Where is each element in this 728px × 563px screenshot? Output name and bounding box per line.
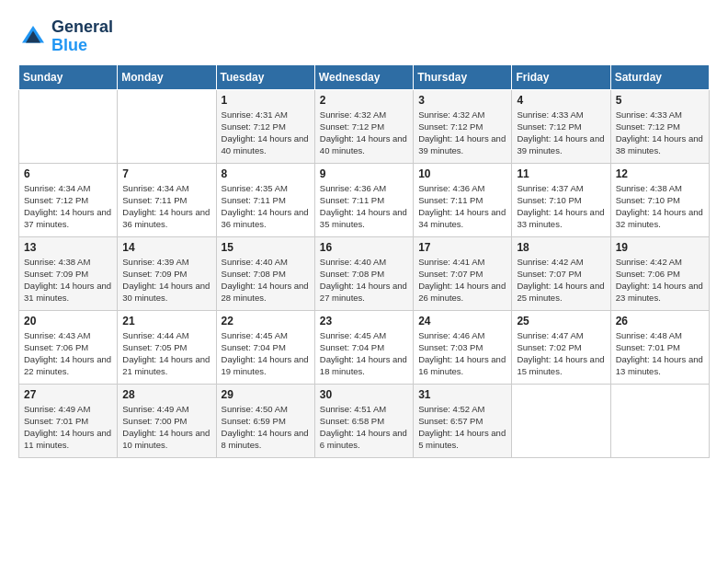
- calendar-cell: 17Sunrise: 4:41 AM Sunset: 7:07 PM Dayli…: [414, 236, 512, 310]
- day-number: 14: [122, 241, 210, 254]
- cell-details: Sunrise: 4:33 AM Sunset: 7:12 PM Dayligh…: [517, 109, 605, 157]
- cell-details: Sunrise: 4:34 AM Sunset: 7:12 PM Dayligh…: [24, 182, 112, 231]
- cell-details: Sunrise: 4:32 AM Sunset: 7:12 PM Dayligh…: [320, 109, 408, 157]
- calendar-cell: 25Sunrise: 4:47 AM Sunset: 7:02 PM Dayli…: [512, 310, 610, 384]
- calendar-week-row: 20Sunrise: 4:43 AM Sunset: 7:06 PM Dayli…: [19, 310, 710, 384]
- cell-details: Sunrise: 4:50 AM Sunset: 6:59 PM Dayligh…: [222, 403, 310, 452]
- calendar-cell: 24Sunrise: 4:46 AM Sunset: 7:03 PM Dayli…: [414, 310, 512, 384]
- calendar-cell: 29Sunrise: 4:50 AM Sunset: 6:59 PM Dayli…: [216, 384, 314, 457]
- day-number: 10: [418, 167, 506, 180]
- calendar-cell: 28Sunrise: 4:49 AM Sunset: 7:00 PM Dayli…: [118, 384, 216, 457]
- day-number: 8: [222, 167, 310, 180]
- day-number: 15: [222, 241, 310, 254]
- cell-details: Sunrise: 4:43 AM Sunset: 7:06 PM Dayligh…: [24, 329, 112, 378]
- calendar-cell: 15Sunrise: 4:40 AM Sunset: 7:08 PM Dayli…: [216, 236, 314, 310]
- cell-details: Sunrise: 4:45 AM Sunset: 7:04 PM Dayligh…: [320, 329, 408, 378]
- day-number: 28: [122, 388, 210, 401]
- weekday-header: Friday: [512, 64, 610, 89]
- calendar-week-row: 6Sunrise: 4:34 AM Sunset: 7:12 PM Daylig…: [19, 163, 710, 236]
- calendar-table: SundayMondayTuesdayWednesdayThursdayFrid…: [18, 64, 710, 458]
- cell-details: Sunrise: 4:36 AM Sunset: 7:11 PM Dayligh…: [320, 182, 408, 231]
- day-number: 30: [320, 388, 408, 401]
- cell-details: Sunrise: 4:36 AM Sunset: 7:11 PM Dayligh…: [418, 182, 506, 231]
- calendar-cell: 5Sunrise: 4:33 AM Sunset: 7:12 PM Daylig…: [610, 89, 709, 163]
- weekday-header: Wednesday: [314, 64, 413, 89]
- day-number: 26: [616, 315, 704, 327]
- calendar-cell: 8Sunrise: 4:35 AM Sunset: 7:11 PM Daylig…: [216, 163, 314, 236]
- cell-details: Sunrise: 4:45 AM Sunset: 7:04 PM Dayligh…: [222, 329, 310, 378]
- cell-details: Sunrise: 4:44 AM Sunset: 7:05 PM Dayligh…: [122, 329, 210, 378]
- cell-details: Sunrise: 4:40 AM Sunset: 7:08 PM Dayligh…: [222, 256, 310, 304]
- day-number: 23: [320, 315, 408, 327]
- calendar-cell: 16Sunrise: 4:40 AM Sunset: 7:08 PM Dayli…: [314, 236, 413, 310]
- cell-details: Sunrise: 4:48 AM Sunset: 7:01 PM Dayligh…: [616, 329, 704, 378]
- calendar-cell: 9Sunrise: 4:36 AM Sunset: 7:11 PM Daylig…: [314, 163, 413, 236]
- cell-details: Sunrise: 4:35 AM Sunset: 7:11 PM Dayligh…: [222, 182, 310, 231]
- day-number: 18: [517, 241, 605, 254]
- logo-text: General Blue: [51, 18, 113, 55]
- calendar-header: SundayMondayTuesdayWednesdayThursdayFrid…: [19, 64, 710, 89]
- weekday-header: Saturday: [610, 64, 709, 89]
- cell-details: Sunrise: 4:40 AM Sunset: 7:08 PM Dayligh…: [320, 256, 408, 304]
- calendar-cell: 14Sunrise: 4:39 AM Sunset: 7:09 PM Dayli…: [118, 236, 216, 310]
- calendar-cell: 11Sunrise: 4:37 AM Sunset: 7:10 PM Dayli…: [512, 163, 610, 236]
- calendar-cell: 18Sunrise: 4:42 AM Sunset: 7:07 PM Dayli…: [512, 236, 610, 310]
- calendar-cell: 23Sunrise: 4:45 AM Sunset: 7:04 PM Dayli…: [314, 310, 413, 384]
- calendar-cell: 30Sunrise: 4:51 AM Sunset: 6:58 PM Dayli…: [314, 384, 413, 457]
- day-number: 4: [517, 94, 605, 107]
- calendar-cell: 1Sunrise: 4:31 AM Sunset: 7:12 PM Daylig…: [216, 89, 314, 163]
- cell-details: Sunrise: 4:31 AM Sunset: 7:12 PM Dayligh…: [222, 109, 310, 157]
- cell-details: Sunrise: 4:49 AM Sunset: 7:00 PM Dayligh…: [122, 403, 210, 452]
- calendar-cell: 31Sunrise: 4:52 AM Sunset: 6:57 PM Dayli…: [414, 384, 512, 457]
- cell-details: Sunrise: 4:37 AM Sunset: 7:10 PM Dayligh…: [517, 182, 605, 231]
- day-number: 9: [320, 167, 408, 180]
- calendar-cell: 20Sunrise: 4:43 AM Sunset: 7:06 PM Dayli…: [19, 310, 118, 384]
- day-number: 17: [418, 241, 506, 254]
- day-number: 1: [222, 94, 310, 107]
- calendar-cell: [118, 89, 216, 163]
- calendar-cell: 4Sunrise: 4:33 AM Sunset: 7:12 PM Daylig…: [512, 89, 610, 163]
- cell-details: Sunrise: 4:34 AM Sunset: 7:11 PM Dayligh…: [122, 182, 210, 231]
- calendar-cell: 13Sunrise: 4:38 AM Sunset: 7:09 PM Dayli…: [19, 236, 118, 310]
- day-number: 19: [616, 241, 704, 254]
- day-number: 22: [222, 315, 310, 327]
- weekday-header: Sunday: [19, 64, 118, 89]
- cell-details: Sunrise: 4:41 AM Sunset: 7:07 PM Dayligh…: [418, 256, 506, 304]
- day-number: 6: [24, 167, 112, 180]
- calendar-cell: 27Sunrise: 4:49 AM Sunset: 7:01 PM Dayli…: [19, 384, 118, 457]
- day-number: 16: [320, 241, 408, 254]
- page-header: General Blue: [18, 18, 710, 55]
- cell-details: Sunrise: 4:51 AM Sunset: 6:58 PM Dayligh…: [320, 403, 408, 452]
- calendar-cell: 22Sunrise: 4:45 AM Sunset: 7:04 PM Dayli…: [216, 310, 314, 384]
- cell-details: Sunrise: 4:39 AM Sunset: 7:09 PM Dayligh…: [122, 256, 210, 304]
- cell-details: Sunrise: 4:47 AM Sunset: 7:02 PM Dayligh…: [517, 329, 605, 378]
- day-number: 29: [222, 388, 310, 401]
- cell-details: Sunrise: 4:42 AM Sunset: 7:06 PM Dayligh…: [616, 256, 704, 304]
- cell-details: Sunrise: 4:42 AM Sunset: 7:07 PM Dayligh…: [517, 256, 605, 304]
- day-number: 7: [122, 167, 210, 180]
- day-number: 24: [418, 315, 506, 327]
- calendar-cell: 2Sunrise: 4:32 AM Sunset: 7:12 PM Daylig…: [314, 89, 413, 163]
- calendar-cell: 21Sunrise: 4:44 AM Sunset: 7:05 PM Dayli…: [118, 310, 216, 384]
- weekday-header: Thursday: [414, 64, 512, 89]
- cell-details: Sunrise: 4:33 AM Sunset: 7:12 PM Dayligh…: [616, 109, 704, 157]
- day-number: 20: [24, 315, 112, 327]
- day-number: 3: [418, 94, 506, 107]
- cell-details: Sunrise: 4:32 AM Sunset: 7:12 PM Dayligh…: [418, 109, 506, 157]
- calendar-cell: 10Sunrise: 4:36 AM Sunset: 7:11 PM Dayli…: [414, 163, 512, 236]
- calendar-week-row: 1Sunrise: 4:31 AM Sunset: 7:12 PM Daylig…: [19, 89, 710, 163]
- calendar-cell: [512, 384, 610, 457]
- day-number: 27: [24, 388, 112, 401]
- calendar-cell: 3Sunrise: 4:32 AM Sunset: 7:12 PM Daylig…: [414, 89, 512, 163]
- weekday-header: Tuesday: [216, 64, 314, 89]
- logo: General Blue: [18, 18, 113, 55]
- calendar-week-row: 27Sunrise: 4:49 AM Sunset: 7:01 PM Dayli…: [19, 384, 710, 457]
- calendar-cell: [19, 89, 118, 163]
- calendar-cell: [610, 384, 709, 457]
- day-number: 12: [616, 167, 704, 180]
- cell-details: Sunrise: 4:52 AM Sunset: 6:57 PM Dayligh…: [418, 403, 506, 452]
- calendar-cell: 12Sunrise: 4:38 AM Sunset: 7:10 PM Dayli…: [610, 163, 709, 236]
- day-number: 2: [320, 94, 408, 107]
- day-number: 11: [517, 167, 605, 180]
- calendar-cell: 26Sunrise: 4:48 AM Sunset: 7:01 PM Dayli…: [610, 310, 709, 384]
